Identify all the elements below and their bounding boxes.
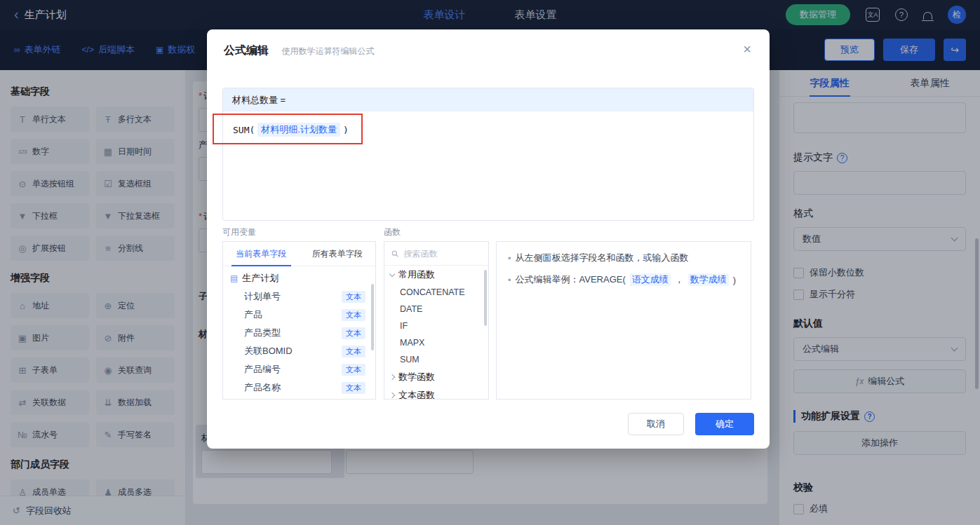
field-type-badge: 文本 [342,291,365,303]
variable-item[interactable]: 计划单号文本 [223,287,375,306]
chevron-right-icon [389,374,395,380]
document-icon: ▤ [230,273,238,283]
chevron-right-icon [389,393,395,398]
function-group-common[interactable]: 常用函数 [384,266,488,284]
help-line-2: • 公式编辑举例：AVERAGE( 语文成绩 ， 数学成绩 ) [508,273,739,286]
variable-item[interactable]: 产品类型文本 [223,324,375,342]
search-icon [391,250,398,258]
function-item[interactable]: IF [384,318,488,334]
example-token-chinese-score: 语文成绩 [630,273,671,286]
formula-help-panel: • 从左侧面板选择字段名和函数，或输入函数 • 公式编辑举例：AVERAGE( … [496,241,751,400]
field-type-badge: 文本 [342,346,365,357]
function-search-input[interactable] [403,249,481,259]
function-search[interactable] [384,242,488,266]
variable-item[interactable]: 产品编号文本 [223,360,375,379]
tab-current-form-fields[interactable]: 当前表单字段 [223,242,300,266]
variables-label: 可用变量 [222,226,256,238]
function-item[interactable]: MAPX [384,334,488,351]
confirm-button[interactable]: 确定 [695,413,754,435]
formula-function-text: SUM( [233,125,255,135]
dialog-footer: 取消 确定 [628,413,754,435]
variables-root-node[interactable]: ▤ 生产计划 [223,269,375,287]
dialog-title: 公式编辑 [207,29,269,58]
close-icon[interactable]: × [743,42,751,56]
formula-target: 材料总数量 = [223,88,753,111]
formula-edit-dialog: 公式编辑 使用数学运算符编辑公式 × 材料总数量 = SUM( 材料明细.计划数… [207,29,770,449]
chevron-down-icon [389,271,395,277]
variables-tabs: 当前表单字段 所有表单字段 [223,242,375,266]
field-type-badge: 文本 [342,309,365,321]
help-line-1: • 从左侧面板选择字段名和函数，或输入函数 [508,252,739,264]
function-group-math[interactable]: 数学函数 [384,368,488,386]
variables-scrollbar[interactable] [371,284,374,350]
root-label: 生产计划 [242,272,278,285]
field-type-badge: 文本 [342,364,365,376]
formula-editor: 材料总数量 = SUM( 材料明细.计划数量 ) [222,88,754,221]
example-token-math-score: 数学成绩 [688,273,729,286]
function-item[interactable]: SUM [384,351,488,368]
dialog-subtitle: 使用数学运算符编辑公式 [281,46,374,56]
variable-item[interactable]: 产品名称文本 [223,379,375,397]
formula-input-area[interactable]: SUM( 材料明细.计划数量 ) [223,111,753,148]
functions-label: 函数 [384,226,401,238]
functions-panel: 常用函数 CONCATENATE DATE IF MAPX SUM 数学函数 文… [384,241,489,400]
variable-item[interactable]: 产品文本 [223,306,375,324]
field-type-badge: 文本 [342,382,365,394]
function-item[interactable]: CONCATENATE [384,284,488,301]
formula-field-token[interactable]: 材料明细.计划数量 [257,123,340,137]
variables-panel: 当前表单字段 所有表单字段 ▤ 生产计划 计划单号文本 产品文本 产品类型文本 … [222,241,376,400]
function-item[interactable]: DATE [384,301,488,318]
function-group-text[interactable]: 文本函数 [384,386,488,400]
cancel-button[interactable]: 取消 [628,413,684,435]
field-type-badge: 文本 [342,327,365,339]
formula-close-paren: ) [343,125,349,135]
functions-scrollbar[interactable] [484,270,487,326]
tab-all-form-fields[interactable]: 所有表单字段 [300,242,376,266]
variable-item[interactable]: 关联BOMID文本 [223,342,375,360]
